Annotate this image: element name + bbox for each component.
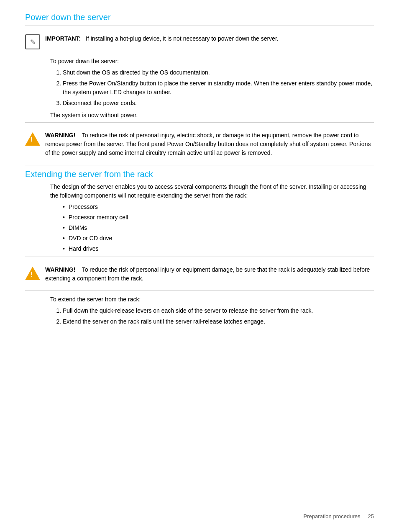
section2-warning-body: To reduce the risk of personal injury or… [45,266,370,282]
section2-warning-box: WARNING! To reduce the risk of personal … [25,261,374,287]
section1-warning-body: To reduce the risk of personal injury, e… [45,132,371,156]
section2-title: Extending the server from the rack [25,170,374,179]
section2-warning-icon [25,265,40,280]
section2-intro: The design of the server enables you to … [50,182,374,200]
section1-step-1: Shut down the OS as directed by the OS d… [63,68,374,77]
section2-bullet-2: Processor memory cell [63,213,374,222]
section1-warning-icon [25,131,40,146]
section2-bullet-3: DIMMs [63,224,374,232]
footer-page: 25 [368,513,374,519]
section1-intro: To power down the server: [50,57,374,66]
section2-bullet-1: Processors [63,203,374,211]
section2-bullets: Processors Processor memory cell DIMMs D… [63,203,374,253]
section1-step-2: Press the Power On/Standby button to pla… [63,79,374,97]
section2-steps-content: To extend the server from the rack: Pull… [50,295,374,326]
section2-warning-bottom-divider [25,290,374,291]
section2-warning-top-divider [25,257,374,257]
section1-bottom-divider [25,122,374,123]
section2-content: The design of the server enables you to … [50,182,374,253]
note-icon-graphic [25,34,40,49]
note-icon [25,34,40,49]
important-note-body: If installing a hot-plug device, it is n… [86,35,279,42]
section1-top-divider [25,26,374,26]
footer-section: Preparation procedures [304,513,361,519]
section2-bullet-4: DVD or CD drive [63,234,374,243]
section1-closing: The system is now without power. [50,111,374,120]
section2-warning-label: WARNING! [45,266,75,273]
important-note-text: IMPORTANT: If installing a hot-plug devi… [45,34,374,43]
section1-steps: Shut down the OS as directed by the OS d… [63,68,374,108]
section2-extend-intro: To extend the server from the rack: [50,295,374,304]
page-footer: Preparation procedures 25 [304,513,374,519]
section2-warning-text: WARNING! To reduce the risk of personal … [45,265,374,283]
warning-triangle-icon [25,132,40,146]
section1-warning-label: WARNING! [45,132,75,139]
section1-warning-box: WARNING! To reduce the risk of personal … [25,127,374,162]
section2-bullet-5: Hard drives [63,244,374,253]
section2-step-1: Pull down the quick-release levers on ea… [63,306,374,315]
important-note-box: IMPORTANT: If installing a hot-plug devi… [25,30,374,54]
section1-content: To power down the server: Shut down the … [50,57,374,120]
section1-step-3: Disconnect the power cords. [63,99,374,108]
section1-warning-bottom-divider [25,165,374,165]
section2-steps: Pull down the quick-release levers on ea… [63,306,374,326]
section1-title: Power down the server [25,13,374,22]
section2-step-2: Extend the server on the rack rails unti… [63,317,374,326]
section1-warning-text: WARNING! To reduce the risk of personal … [45,131,374,157]
warning-triangle-icon-2 [25,267,40,280]
important-label: IMPORTANT: [45,35,81,42]
